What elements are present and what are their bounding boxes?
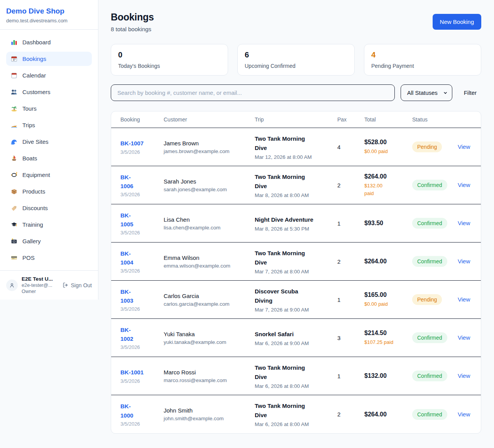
sidebar-item-label: Calendar: [22, 72, 46, 79]
stats-cards: 0 Today's Bookings 6 Upcoming Confirmed …: [111, 44, 481, 76]
bookings-table: Booking Customer Trip Pax Total Status B…: [111, 111, 481, 434]
sidebar-item-dashboard[interactable]: Dashboard: [6, 35, 92, 49]
sign-out-icon: [63, 282, 68, 288]
sidebar-item-training[interactable]: Training: [6, 217, 92, 232]
trip-name: Two Tank MorningDive: [255, 134, 337, 153]
trip-name: Discover ScubaDiving: [255, 287, 337, 305]
customer-name: Emma Wilson: [164, 254, 255, 261]
paid-amount: $107.25 paid: [364, 339, 412, 346]
booking-date: 3/5/2026: [120, 230, 164, 236]
pax-value: 1: [337, 220, 364, 227]
sidebar-item-boats[interactable]: Boats: [6, 151, 92, 165]
paid-amount: $132.00paid: [364, 182, 412, 197]
booking-date: 3/5/2026: [120, 149, 164, 155]
calendar-date-icon: 17: [11, 56, 17, 62]
trip-datetime: Mar 6, 2026 at 8:00 AM: [255, 383, 337, 389]
person-icon: [9, 282, 15, 288]
sidebar-item-bookings[interactable]: 17Bookings: [6, 52, 92, 66]
total-amount: $214.50: [364, 330, 412, 337]
booking-id-link[interactable]: BK-1003: [120, 287, 133, 305]
booking-id-link[interactable]: BK-1004: [120, 249, 133, 267]
table-row: BK-1003 3/5/2026 Carlos Garcia carlos.ga…: [111, 281, 481, 319]
customer-email: john.smith@example.com: [164, 416, 255, 421]
user-email: e2e-tester@...: [22, 283, 59, 288]
status-badge: Confirmed: [412, 180, 447, 190]
view-link[interactable]: View: [458, 411, 470, 418]
filter-button[interactable]: Filter: [464, 89, 477, 96]
booking-date: 3/5/2026: [120, 378, 164, 384]
sign-out-button[interactable]: Sign Out: [63, 282, 92, 288]
new-booking-button[interactable]: New Booking: [433, 14, 481, 30]
col-header-total: Total: [364, 116, 412, 123]
table-body: BK-1007 3/5/2026 James Brown james.brown…: [111, 128, 481, 433]
view-link[interactable]: View: [458, 296, 470, 303]
view-link[interactable]: View: [458, 143, 470, 150]
total-amount: $132.00: [364, 372, 412, 379]
view-link[interactable]: View: [458, 182, 470, 188]
trip-name: Snorkel Safari: [255, 330, 337, 339]
customer-name: Yuki Tanaka: [164, 331, 255, 337]
booking-id-link[interactable]: BK-1007: [120, 139, 144, 148]
sidebar-item-gallery[interactable]: Gallery: [6, 234, 92, 248]
sidebar-item-pos[interactable]: POS: [6, 251, 92, 265]
customer-email: sarah.jones@example.com: [164, 187, 255, 192]
booking-id-link[interactable]: BK-1005: [120, 211, 133, 229]
booking-id-link[interactable]: BK-1001: [120, 368, 144, 377]
trip-name: Two Tank MorningDive: [255, 249, 337, 267]
search-input[interactable]: [111, 84, 395, 101]
status-filter-select[interactable]: All Statuses: [401, 84, 452, 101]
status-badge: Confirmed: [412, 371, 447, 381]
trip-datetime: Mar 7, 2026 at 9:00 AM: [255, 307, 337, 313]
customer-email: yuki.tanaka@example.com: [164, 339, 255, 345]
booking-id-link[interactable]: BK-1000: [120, 402, 133, 420]
paid-amount: $0.00 paid: [364, 148, 412, 155]
booking-date: 3/5/2026: [120, 192, 164, 197]
sidebar-item-discounts[interactable]: Discounts: [6, 201, 92, 215]
customer-email: carlos.garcia@example.com: [164, 301, 255, 307]
sidebar-item-label: Trips: [22, 122, 35, 128]
pax-value: 1: [337, 296, 364, 303]
trip-datetime: Mar 8, 2026 at 8:00 AM: [255, 192, 337, 198]
pax-value: 2: [337, 182, 364, 189]
customer-email: lisa.chen@example.com: [164, 225, 255, 231]
sidebar-item-label: Products: [22, 188, 45, 195]
trip-name: Two Tank MorningDive: [255, 401, 337, 420]
shop-name: Demo Dive Shop: [6, 7, 92, 15]
customer-email: james.brown@example.com: [164, 148, 255, 154]
sidebar-item-label: Bookings: [22, 56, 46, 62]
page-header: Bookings 8 total bookings New Booking: [111, 12, 481, 32]
sidebar-item-trips[interactable]: Trips: [6, 118, 92, 132]
sidebar-item-label: POS: [22, 254, 35, 261]
stat-value: 0: [118, 51, 221, 59]
total-amount: $528.00: [364, 139, 412, 146]
view-link[interactable]: View: [458, 334, 470, 341]
trip-datetime: Mar 12, 2026 at 8:00 AM: [255, 154, 337, 160]
view-link[interactable]: View: [458, 372, 470, 379]
sidebar-item-label: Dive Sites: [22, 138, 49, 145]
sidebar-item-dive-sites[interactable]: Dive Sites: [6, 135, 92, 149]
trip-datetime: Mar 7, 2026 at 8:00 AM: [255, 269, 337, 275]
col-header-customer: Customer: [164, 116, 255, 123]
col-header-trip: Trip: [255, 116, 337, 123]
booking-id-link[interactable]: BK-1002: [120, 325, 133, 344]
view-link[interactable]: View: [458, 220, 470, 226]
page-title: Bookings: [111, 12, 154, 23]
sidebar-item-customers[interactable]: Customers: [6, 85, 92, 99]
filter-row: All Statuses Filter: [111, 84, 481, 101]
booking-date: 3/5/2026: [120, 268, 164, 274]
view-link[interactable]: View: [458, 258, 470, 264]
sidebar-item-tours[interactable]: Tours: [6, 101, 92, 116]
table-row: BK-1007 3/5/2026 James Brown james.brown…: [111, 128, 481, 166]
sidebar-item-products[interactable]: Products: [6, 184, 92, 199]
col-header-pax: Pax: [337, 116, 364, 123]
booking-id-link[interactable]: BK-1006: [120, 173, 133, 191]
total-amount: $264.00: [364, 411, 412, 418]
tear-off-calendar-icon: [11, 72, 17, 79]
sidebar-item-equipment[interactable]: Equipment: [6, 168, 92, 182]
customer-name: Marco Rossi: [164, 369, 255, 376]
booking-date: 3/5/2026: [120, 344, 164, 350]
booking-date: 3/5/2026: [120, 306, 164, 312]
sidebar-item-calendar[interactable]: Calendar: [6, 68, 92, 83]
shop-domain: demo.test.divestreams.com: [6, 18, 92, 24]
stat-value: 6: [245, 51, 347, 59]
